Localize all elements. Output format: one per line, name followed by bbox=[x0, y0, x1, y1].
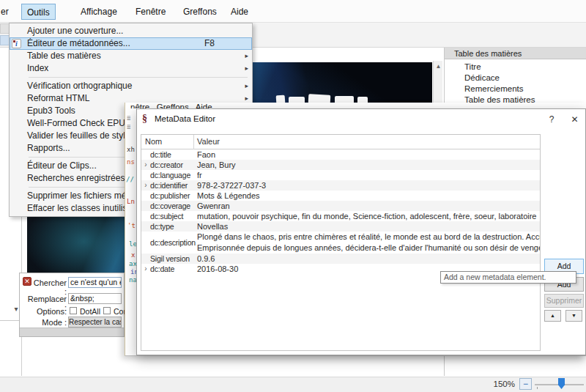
code-fragment: ns bbox=[127, 158, 135, 166]
table-row[interactable]: dc:coverage Gwenran bbox=[141, 201, 540, 211]
table-row[interactable]: › dc:creator Jean, Bury bbox=[141, 160, 540, 170]
dotall-label: DotAll bbox=[80, 307, 100, 316]
menu-outils[interactable]: Outils bbox=[21, 4, 56, 20]
table-header: Nom Valeur bbox=[141, 135, 540, 149]
code-fragment: Ln bbox=[127, 198, 135, 205]
submenu-arrow-icon: ▸ bbox=[245, 62, 248, 75]
metadata-editor-dialog: § MetaData Editor ? ✕ Nom Valeur dc:titl… bbox=[136, 108, 586, 355]
menu-item-ajouter-couverture[interactable]: Ajouter une couverture... bbox=[10, 25, 252, 37]
table-row[interactable]: › dc:identifier 978-2-37227-037-3 bbox=[141, 180, 540, 191]
sigil-logo-icon: § bbox=[142, 113, 152, 125]
zoom-out-button[interactable]: − bbox=[519, 378, 532, 390]
correspondance-checkbox[interactable] bbox=[103, 307, 111, 314]
code-fragment: // bbox=[126, 176, 134, 183]
dialog-title: MetaData Editor bbox=[155, 114, 215, 123]
metadata-info-icon: i bbox=[12, 39, 21, 48]
mode-select[interactable]: Respecter la casse bbox=[68, 317, 122, 328]
table-row[interactable]: dc:subject mutation, pouvoir psychique, … bbox=[141, 211, 540, 221]
menu-item-index[interactable]: Index ▸ bbox=[10, 62, 252, 75]
expander-icon[interactable]: › bbox=[141, 180, 150, 191]
table-row[interactable]: dc:publisher Mots & Légendes bbox=[141, 191, 540, 201]
menu-item-verification-orthographique[interactable]: Vérification orthographique ▸ bbox=[10, 80, 252, 92]
table-row[interactable]: dc:type Novellas bbox=[141, 221, 540, 232]
code-fragment: xh bbox=[127, 146, 135, 153]
table-row[interactable]: Sigil version 0.9.6 bbox=[141, 254, 540, 264]
second-window-menubar-fragment: nêtre Greffons Aide bbox=[130, 103, 212, 108]
code-fragment: ≣ bbox=[127, 114, 130, 122]
find-label: Chercher : bbox=[31, 278, 67, 296]
move-down-button[interactable]: ▼ bbox=[565, 310, 582, 322]
up-arrow-icon: ▲ bbox=[550, 313, 555, 318]
column-divider[interactable] bbox=[193, 135, 194, 149]
scroll-up-icon[interactable]: ▲ bbox=[434, 62, 443, 71]
zoom-slider-handle[interactable] bbox=[558, 378, 565, 389]
toc-item-remerciements[interactable]: Remerciements bbox=[445, 84, 586, 95]
help-button[interactable]: ? bbox=[541, 111, 562, 127]
menu-item-editeur-metadonnees[interactable]: i Éditeur de métadonnées... F8 bbox=[10, 37, 252, 50]
menu-separator bbox=[29, 77, 248, 78]
table-row-description[interactable]: dc:description Plongé dans le chaos, pri… bbox=[141, 232, 540, 254]
code-fragment: x bbox=[131, 251, 135, 259]
menu-affichage[interactable]: Affichage bbox=[75, 4, 122, 20]
submenu-arrow-icon: ▸ bbox=[245, 50, 248, 62]
dotall-checkbox[interactable] bbox=[70, 307, 77, 314]
column-header-nom[interactable]: Nom bbox=[145, 137, 162, 146]
zoom-slider-tick bbox=[537, 387, 538, 389]
find-replace-panel: ✕ Chercher : ce n'est qu'un enfant Rempl… bbox=[19, 273, 125, 337]
toc-panel-header: Table des matières bbox=[445, 48, 586, 59]
menu-fenetre[interactable]: Fenêtre bbox=[130, 4, 171, 20]
delete-button[interactable]: Supprimer bbox=[544, 294, 584, 308]
expander-icon[interactable]: › bbox=[141, 264, 150, 274]
menu-shortcut-f8: F8 bbox=[204, 37, 215, 50]
close-icon[interactable]: ✕ bbox=[565, 111, 585, 127]
menubar: er Outils Affichage Fenêtre Greffons Aid… bbox=[0, 0, 586, 22]
code-fragment: ≣ bbox=[127, 123, 130, 130]
find-input[interactable]: ce n'est qu'un enfant bbox=[68, 277, 122, 288]
metadata-table: Nom Valeur dc:title Faon › dc:creator Je… bbox=[141, 134, 541, 351]
app-window: er Outils Affichage Fenêtre Greffons Aid… bbox=[0, 0, 586, 392]
submenu-arrow-icon: ▸ bbox=[245, 80, 248, 92]
column-header-valeur[interactable]: Valeur bbox=[197, 137, 220, 146]
close-icon[interactable]: ✕ bbox=[23, 277, 31, 286]
toc-item-titre[interactable]: Titre bbox=[445, 62, 586, 73]
table-row[interactable]: dc:title Faon bbox=[141, 149, 540, 160]
statusbar: 150% − bbox=[0, 377, 586, 392]
menubar-clipped-item[interactable]: er bbox=[1, 4, 9, 20]
move-up-button[interactable]: ▲ bbox=[544, 310, 561, 322]
tooltip: Add a new metadata element. bbox=[440, 271, 576, 284]
down-arrow-icon: ▼ bbox=[571, 313, 576, 318]
description-line1: Plongé dans le chaos, pris entre chimère… bbox=[197, 232, 540, 243]
mode-label: Mode : bbox=[31, 318, 67, 327]
zoom-level: 150% bbox=[475, 380, 515, 388]
table-row[interactable]: dc:language fr bbox=[141, 170, 540, 180]
menu-aide[interactable]: Aide bbox=[226, 4, 253, 20]
find-panel-footer bbox=[20, 328, 124, 336]
toc-item-dedicace[interactable]: Dédicace bbox=[445, 73, 586, 84]
options-label: Options: bbox=[31, 307, 67, 316]
code-fragment: 't bbox=[127, 222, 136, 229]
replace-input[interactable]: &nbsp; bbox=[68, 293, 122, 304]
description-line2: Emprisonnée depuis de longues années, dé… bbox=[197, 243, 540, 254]
menu-greffons[interactable]: Greffons bbox=[178, 4, 222, 20]
menu-item-table-des-matieres[interactable]: Table des matières ▸ bbox=[10, 50, 252, 62]
expander-icon[interactable]: › bbox=[141, 160, 150, 170]
